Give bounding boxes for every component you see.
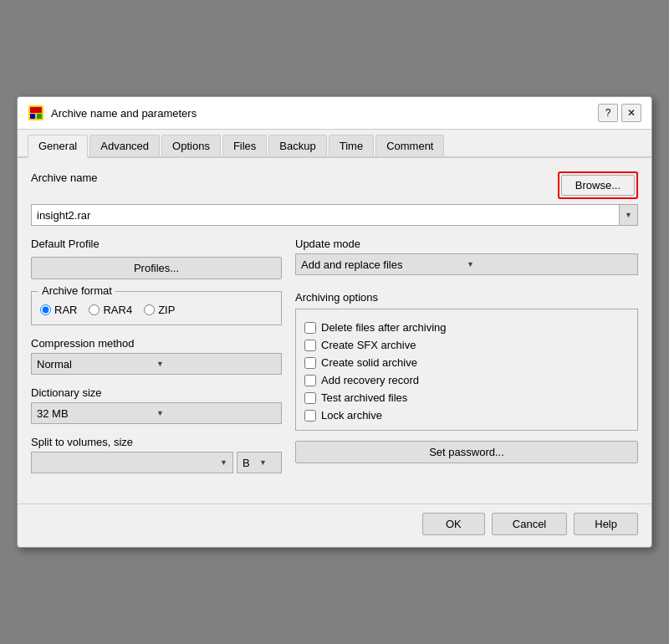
profiles-button[interactable]: Profiles... — [31, 257, 282, 279]
archive-format-group: Archive format RAR RAR4 ZIP — [31, 291, 282, 325]
checkbox-solid-archive[interactable]: Create solid archive — [304, 356, 629, 369]
checkbox-create-sfx[interactable]: Create SFX archive — [304, 339, 629, 351]
help-bottom-button[interactable]: Help — [574, 513, 638, 535]
update-mode-value: Add and replace files — [301, 258, 467, 271]
compression-method-value: Normal — [37, 358, 156, 371]
set-password-button[interactable]: Set password... — [295, 441, 638, 463]
browse-btn-highlight: Browse... — [558, 171, 638, 199]
dictionary-size-row: 32 MB ▼ — [31, 402, 282, 424]
main-two-col: Default Profile Profiles... Update mode … — [31, 238, 638, 279]
archiving-options-group: Delete files after archiving Create SFX … — [295, 309, 638, 431]
default-profile-label: Default Profile — [31, 238, 282, 250]
archiving-options-col: Archiving options Delete files after arc… — [295, 291, 638, 482]
browse-button[interactable]: Browse... — [561, 175, 635, 196]
compression-method-row: Normal ▼ — [31, 353, 282, 375]
tab-comment[interactable]: Comment — [375, 135, 444, 156]
bottom-buttons-row: OK Cancel Help — [18, 503, 651, 547]
archive-format-legend: Archive format — [38, 284, 115, 297]
update-mode-chevron-icon: ▼ — [467, 260, 632, 268]
update-mode-select-row: Add and replace files ▼ — [295, 253, 638, 275]
tab-backup[interactable]: Backup — [268, 135, 326, 156]
right-column: Update mode Add and replace files ▼ — [295, 238, 638, 279]
archive-name-input[interactable] — [31, 204, 620, 226]
tab-files[interactable]: Files — [222, 135, 267, 156]
update-mode-label: Update mode — [295, 238, 638, 250]
radio-rar4[interactable]: RAR4 — [89, 304, 132, 316]
tab-content: Archive name Browse... ▼ Default Profile… — [18, 158, 651, 503]
set-password-section: Set password... — [295, 441, 638, 463]
split-label: Split to volumes, size — [31, 436, 282, 448]
checkbox-lock-archive[interactable]: Lock archive — [304, 409, 629, 422]
format-options-row: Archive format RAR RAR4 ZIP — [31, 291, 638, 482]
split-unit-chevron-icon: ▼ — [259, 458, 276, 467]
split-unit-value: B — [243, 457, 259, 469]
title-bar-controls: ? ✕ — [598, 104, 641, 122]
dialog-title: Archive name and parameters — [51, 107, 598, 120]
help-button[interactable]: ? — [598, 104, 618, 122]
ok-button[interactable]: OK — [422, 513, 485, 535]
compression-section: Compression method Normal ▼ — [31, 337, 282, 375]
radio-rar[interactable]: RAR — [40, 304, 77, 316]
split-section: Split to volumes, size ▼ B ▼ — [31, 436, 282, 473]
archive-name-label: Archive name — [31, 171, 97, 184]
tab-general[interactable]: General — [28, 135, 88, 158]
chevron-down-icon: ▼ — [625, 211, 632, 219]
archive-name-dropdown[interactable]: ▼ — [620, 204, 638, 226]
tab-time[interactable]: Time — [329, 135, 374, 156]
compression-method-select[interactable]: Normal ▼ — [31, 353, 282, 375]
dictionary-size-section: Dictionary size 32 MB ▼ — [31, 386, 282, 424]
dictionary-size-label: Dictionary size — [31, 386, 282, 399]
cancel-button[interactable]: Cancel — [492, 513, 567, 535]
split-row: ▼ B ▼ — [31, 452, 282, 473]
tab-advanced[interactable]: Advanced — [89, 135, 160, 156]
svg-rect-1 — [30, 107, 42, 113]
checkbox-test-files[interactable]: Test archived files — [304, 391, 629, 404]
dictionary-size-select[interactable]: 32 MB ▼ — [31, 402, 282, 424]
split-input[interactable]: ▼ — [31, 452, 233, 473]
checkbox-list: Delete files after archiving Create SFX … — [304, 321, 629, 422]
split-chevron-icon: ▼ — [220, 458, 227, 467]
radio-zip[interactable]: ZIP — [144, 304, 175, 316]
archiving-options-label: Archiving options — [295, 291, 638, 304]
radio-group-format: RAR RAR4 ZIP — [40, 304, 273, 316]
dictionary-size-value: 32 MB — [37, 407, 156, 420]
tab-bar: General Advanced Options Files Backup Ti… — [18, 130, 651, 158]
split-unit-select[interactable]: B ▼ — [237, 452, 282, 473]
dialog-window: Archive name and parameters ? ✕ General … — [17, 96, 652, 548]
format-compression-col: Archive format RAR RAR4 ZIP — [31, 291, 282, 482]
app-icon — [28, 105, 44, 121]
archive-name-header-row: Archive name Browse... — [31, 171, 638, 199]
title-bar: Archive name and parameters ? ✕ — [18, 97, 651, 130]
checkbox-delete-files[interactable]: Delete files after archiving — [304, 321, 629, 334]
compression-method-label: Compression method — [31, 337, 282, 350]
compression-chevron-icon: ▼ — [156, 360, 276, 368]
update-mode-select[interactable]: Add and replace files ▼ — [295, 253, 638, 275]
dictionary-chevron-icon: ▼ — [156, 409, 276, 417]
archive-name-input-row: ▼ — [31, 204, 638, 226]
checkbox-recovery-record[interactable]: Add recovery record — [304, 374, 629, 386]
left-column: Default Profile Profiles... — [31, 238, 282, 279]
close-button[interactable]: ✕ — [621, 104, 641, 122]
svg-rect-3 — [37, 114, 42, 119]
tab-options[interactable]: Options — [161, 135, 221, 156]
svg-rect-2 — [30, 114, 35, 119]
